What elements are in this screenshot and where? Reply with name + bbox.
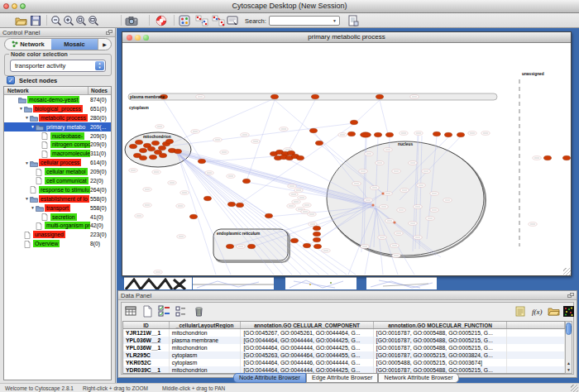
scroll-up-icon[interactable]: ▲ <box>566 360 572 366</box>
float-panel-icon[interactable] <box>106 30 112 36</box>
vizmapper-palette-icon[interactable] <box>179 15 192 26</box>
tree-row-nitrogen-compo[interactable]: nitrogen compo209(0) <box>4 140 111 149</box>
close-window-button[interactable] <box>3 3 9 9</box>
column-header[interactable]: annotation.GO CELLULAR_COMPONENT <box>241 322 373 328</box>
notepad-icon[interactable] <box>514 305 527 318</box>
zoom-in-icon[interactable] <box>63 15 76 26</box>
cell-mf[interactable]: [GO:0005488, GO:0005215, GO:0003674] <box>374 359 507 366</box>
delete-trash-icon[interactable] <box>193 305 205 318</box>
save-icon[interactable] <box>30 15 43 26</box>
resize-grip[interactable] <box>571 385 578 392</box>
attribute-select-grid-icon[interactable] <box>125 305 137 318</box>
tab-edge-attribute-browser[interactable]: Edge Attribute Browser <box>306 373 379 383</box>
select-nodes-checkbox[interactable]: ✓ <box>7 76 15 84</box>
cell-cc[interactable]: [GO:0045267, GO:0045261, GO:0044464, G..… <box>241 329 373 337</box>
cell-cc[interactable]: [GO:0045263, GO:0044464, GO:0044455, G..… <box>241 351 373 359</box>
cell-region[interactable]: cytoplasm <box>170 351 242 359</box>
cell-mf[interactable]: [GO:0016787, GO:0005488, GO:0005215, G..… <box>374 337 507 344</box>
background-window-fragment[interactable] <box>285 277 356 289</box>
scrollbar-thumb[interactable] <box>566 323 572 335</box>
tab-mosaic[interactable]: Mosaic <box>51 39 98 50</box>
tree-row-primary-metabo[interactable]: ▼primary metabo209(... <box>4 122 111 131</box>
background-window-fragment[interactable] <box>366 277 437 289</box>
open-folder-small-icon[interactable] <box>548 305 560 318</box>
tree-row-establishment-of-lo[interactable]: ▼establishment of lo558(0) <box>4 194 111 203</box>
column-header[interactable]: _cellularLayoutRegion <box>170 322 242 328</box>
tab-network[interactable]: Network <box>5 39 51 50</box>
search-input[interactable]: ▼ <box>269 16 340 26</box>
attribute-checklist-small-icon[interactable] <box>175 305 187 318</box>
background-window-fragment[interactable] <box>193 277 274 289</box>
cell-region[interactable]: plasma membrane <box>170 337 242 344</box>
cell-x[interactable] <box>507 344 565 351</box>
matrix-dark-icon[interactable] <box>562 305 575 318</box>
cell-x[interactable] <box>507 359 565 366</box>
snapshot-camera-icon[interactable] <box>125 15 138 26</box>
color-attribute-dropdown[interactable]: transporter activity ▲▼ <box>10 60 106 72</box>
tree-row-macromolecule[interactable]: macromolecule311(0) <box>4 149 111 158</box>
cell-region[interactable]: mitochondrion <box>170 344 242 351</box>
open-folder-icon[interactable] <box>15 15 28 26</box>
tree-row-secretion[interactable]: secretion41(0) <box>4 213 111 222</box>
cell-region[interactable]: mitochondrion <box>170 366 242 374</box>
table-row[interactable]: YPL036W__1mitochondrion[GO:0044464, GO:0… <box>123 344 565 351</box>
chevron-down-icon[interactable]: ▼ <box>331 17 338 25</box>
network-import-b-icon[interactable] <box>212 15 225 26</box>
float-panel-icon[interactable] <box>567 293 574 299</box>
tab-network-attribute-browser[interactable]: Network Attribute Browser <box>378 373 458 383</box>
zoom-out-icon[interactable] <box>50 15 64 26</box>
function-fx-icon[interactable]: f(x) <box>531 305 543 318</box>
minimize-window-button[interactable] <box>12 3 17 9</box>
tree-row-response-to-stimulu[interactable]: response to stimulu264(0) <box>4 185 111 194</box>
scroll-down-icon[interactable]: ▼ <box>566 366 572 373</box>
cell-x[interactable] <box>507 329 565 337</box>
network-import-a-icon[interactable] <box>195 15 208 26</box>
cell-id[interactable]: YJR121W__1 <box>123 329 170 337</box>
cell-id[interactable]: YKR052C <box>123 359 170 366</box>
table-scrollbar[interactable]: ▲ ▼ <box>565 321 572 374</box>
tree-row-multi-organism-pro[interactable]: multi-organism pro42(0) <box>4 221 111 230</box>
tree-row-biological-process[interactable]: ▼biological_process651(0) <box>4 104 111 113</box>
zoom-fit-icon[interactable] <box>88 15 101 26</box>
cell-mf[interactable]: [GO:0016787, GO:0005215, GO:0003824, G..… <box>374 351 507 359</box>
table-row[interactable]: YLR295Ccytoplasm[GO:0045263, GO:0044464,… <box>123 351 565 359</box>
tree-row-unassigned[interactable]: unassigned223(0) <box>4 230 111 239</box>
cell-region[interactable]: cytoplasm <box>170 359 242 366</box>
tree-row-cellular-process[interactable]: ▼cellular process614(0) <box>4 158 111 167</box>
network-window-titlebar[interactable]: primary metabolic process <box>122 32 571 43</box>
tree-row-mosaic-demo-yeast[interactable]: mosaic-demo-yeast874(0) <box>4 95 111 104</box>
cell-x[interactable] <box>507 351 565 359</box>
column-header[interactable]: annotation.GO MOLECULAR_FUNCTION <box>374 322 507 328</box>
cell-cc[interactable]: [GO:0044464, GO:0044444, GO:0044425, G..… <box>241 344 373 351</box>
cell-cc[interactable]: [GO:0044464, GO:0044446, GO:0044444, G..… <box>241 359 373 366</box>
window-resize-grip[interactable] <box>563 268 571 275</box>
tree-row-transport[interactable]: ▼transport558(0) <box>4 203 111 213</box>
network-canvas[interactable]: plasma membranecytoplasmmitochondrionnuc… <box>122 43 571 275</box>
cell-x[interactable] <box>507 366 565 374</box>
cell-x[interactable] <box>507 337 565 344</box>
tree-row-cellular-metabol[interactable]: cellular metabol209(0) <box>4 167 111 176</box>
table-row[interactable]: YJR121W__1mitochondrion[GO:0045267, GO:0… <box>123 329 565 337</box>
tab-overflow-arrow[interactable]: ▶ <box>98 39 111 50</box>
cell-id[interactable]: YDR039C__1 <box>123 366 170 374</box>
zoom-icon[interactable] <box>143 35 149 41</box>
tree-row-metabolic-process[interactable]: ▼metabolic process280(0) <box>4 113 111 122</box>
close-icon[interactable] <box>127 35 132 41</box>
background-window-fragment[interactable] <box>124 277 192 289</box>
column-header[interactable] <box>507 322 565 328</box>
cell-id[interactable]: YPL036W__2 <box>123 337 170 344</box>
maximize-window-button[interactable] <box>20 3 26 9</box>
table-row[interactable]: YPL036W__2plasma membrane[GO:0044464, GO… <box>123 337 565 344</box>
cell-mf[interactable]: [GO:0016787, GO:0005488, GO:0005215, G..… <box>374 344 507 351</box>
cell-mf[interactable]: [GO:0016787, GO:0005488, GO:0005215, G..… <box>374 329 507 337</box>
cell-id[interactable]: YPL036W__1 <box>123 344 170 351</box>
help-lifesaver-icon[interactable] <box>156 15 169 26</box>
tab-node-attribute-browser[interactable]: Node Attribute Browser <box>233 373 306 383</box>
attribute-checklist-icon[interactable] <box>158 305 170 318</box>
cell-region[interactable]: mitochondrion <box>170 329 242 337</box>
attribute-page-icon[interactable] <box>347 15 361 26</box>
cell-id[interactable]: YLR295C <box>123 351 170 359</box>
tree-row-nucleobase-[interactable]: nucleobase-209(0) <box>4 131 111 141</box>
tree-row-overview[interactable]: Overview8(0) <box>4 239 111 248</box>
new-attribute-doc-icon[interactable] <box>141 305 154 318</box>
